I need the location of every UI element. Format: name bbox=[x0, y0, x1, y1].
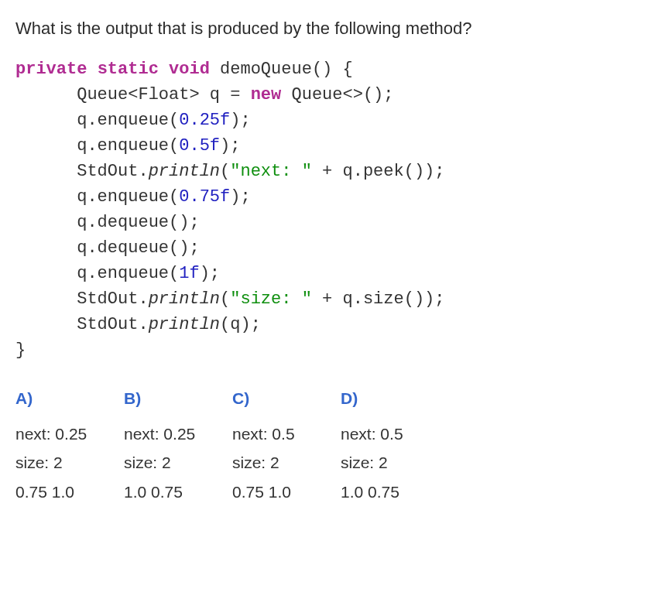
code-text: q.enqueue( bbox=[77, 111, 179, 130]
answer-cell: 1.0 0.75 bbox=[341, 480, 449, 505]
answer-cell: next: 0.25 bbox=[15, 422, 124, 447]
answer-cell: size: 2 bbox=[341, 450, 449, 475]
answers-row-3: 0.75 1.0 1.0 0.75 0.75 1.0 1.0 0.75 bbox=[15, 480, 657, 505]
number-literal: 1f bbox=[179, 264, 199, 283]
code-text: q.enqueue( bbox=[77, 264, 179, 283]
answer-cell: 1.0 0.75 bbox=[124, 480, 232, 505]
number-literal: 0.5f bbox=[179, 136, 220, 156]
code-text: (q); bbox=[220, 315, 261, 334]
option-b-label[interactable]: B) bbox=[124, 386, 232, 411]
code-text: q.dequeue(); bbox=[77, 213, 199, 232]
code-text: ); bbox=[230, 111, 250, 130]
answer-cell: 0.75 1.0 bbox=[15, 480, 124, 505]
code-text: = bbox=[230, 85, 250, 104]
code-text: + q.size()); bbox=[312, 289, 445, 309]
options-header-row: A) B) C) D) bbox=[15, 386, 657, 411]
answers-row-2: size: 2 size: 2 size: 2 size: 2 bbox=[15, 450, 657, 475]
method-call: println bbox=[149, 162, 220, 181]
number-literal: 0.25f bbox=[179, 111, 230, 130]
code-text: ); bbox=[220, 136, 240, 156]
answer-cell: 0.75 1.0 bbox=[232, 480, 341, 505]
code-text: q bbox=[200, 85, 231, 104]
code-text: q.dequeue(); bbox=[77, 238, 199, 258]
question-text: What is the output that is produced by t… bbox=[15, 15, 657, 41]
code-text: ( bbox=[220, 289, 230, 309]
code-text: Queue<Float> bbox=[77, 85, 199, 104]
code-text: StdOut. bbox=[77, 315, 148, 334]
code-text: ); bbox=[200, 264, 220, 283]
keyword: new bbox=[251, 85, 282, 104]
code-text: + q.peek()); bbox=[312, 162, 445, 181]
code-block: private static void demoQueue() { Queue<… bbox=[15, 56, 657, 363]
code-text: demoQueue() { bbox=[210, 60, 353, 79]
answers-row-1: next: 0.25 next: 0.25 next: 0.5 next: 0.… bbox=[15, 422, 657, 447]
code-text: StdOut. bbox=[77, 162, 148, 181]
string-literal: "size: " bbox=[230, 289, 312, 309]
answer-cell: next: 0.5 bbox=[232, 422, 341, 447]
answer-cell: next: 0.25 bbox=[124, 422, 232, 447]
code-text: ); bbox=[230, 187, 250, 207]
option-a-label[interactable]: A) bbox=[15, 386, 124, 411]
code-text: q.enqueue( bbox=[77, 136, 179, 156]
code-text: } bbox=[15, 341, 26, 360]
option-d-label[interactable]: D) bbox=[341, 386, 449, 411]
number-literal: 0.75f bbox=[179, 187, 230, 207]
keyword: static bbox=[98, 60, 159, 79]
answer-cell: next: 0.5 bbox=[341, 422, 449, 447]
option-c-label[interactable]: C) bbox=[232, 386, 341, 411]
answer-cell: size: 2 bbox=[124, 450, 232, 475]
string-literal: "next: " bbox=[230, 162, 312, 181]
method-call: println bbox=[149, 289, 220, 309]
keyword: private bbox=[15, 60, 87, 79]
code-text: StdOut. bbox=[77, 289, 148, 309]
keyword: void bbox=[169, 60, 210, 79]
code-text: ( bbox=[220, 162, 230, 181]
method-call: println bbox=[149, 315, 220, 334]
code-text: q.enqueue( bbox=[77, 187, 179, 207]
answer-cell: size: 2 bbox=[232, 450, 341, 475]
answer-cell: size: 2 bbox=[15, 450, 124, 475]
code-text: Queue<>(); bbox=[281, 85, 393, 104]
